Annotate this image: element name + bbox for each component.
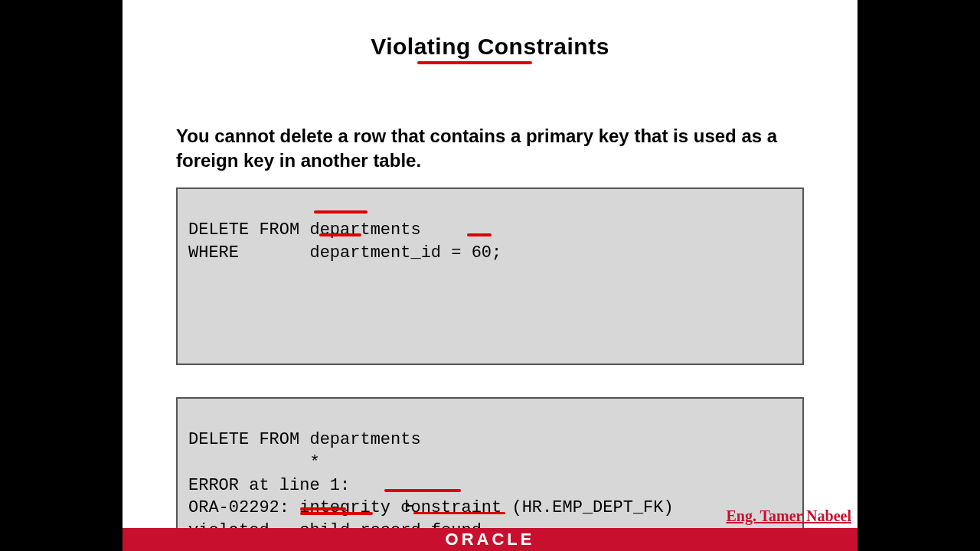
- author-credit: Eng. Tamer Nabeel: [726, 507, 851, 525]
- code-line: DELETE FROM departments: [188, 220, 421, 240]
- code-line: ERROR at line 1:: [188, 476, 350, 495]
- annotation-underline: [314, 210, 368, 214]
- code-line: ORA-02292: integrity constraint (HR.EMP_…: [188, 498, 674, 517]
- oracle-logo: ORACLE: [446, 530, 535, 549]
- annotation-underline: [319, 233, 361, 236]
- annotation-underline: [413, 512, 505, 514]
- annotation-underline-title: [417, 61, 532, 64]
- code-line: WHERE department_id = 60;: [188, 243, 501, 262]
- code-line: DELETE FROM departments: [188, 430, 421, 449]
- annotation-underline: [384, 489, 461, 492]
- text-cursor-icon: [406, 500, 416, 512]
- footer-bar: ORACLE: [122, 528, 858, 551]
- code-line: *: [188, 453, 320, 472]
- description-text: You cannot delete a row that contains a …: [176, 124, 804, 174]
- code-block-sql: DELETE FROM departments WHERE department…: [176, 187, 804, 365]
- annotation-underline: [300, 507, 346, 510]
- annotation-underline: [467, 233, 492, 236]
- slide: Violating Constraints You cannot delete …: [122, 0, 858, 551]
- page-title: Violating Constraints: [122, 0, 858, 60]
- annotation-underline: [300, 512, 373, 515]
